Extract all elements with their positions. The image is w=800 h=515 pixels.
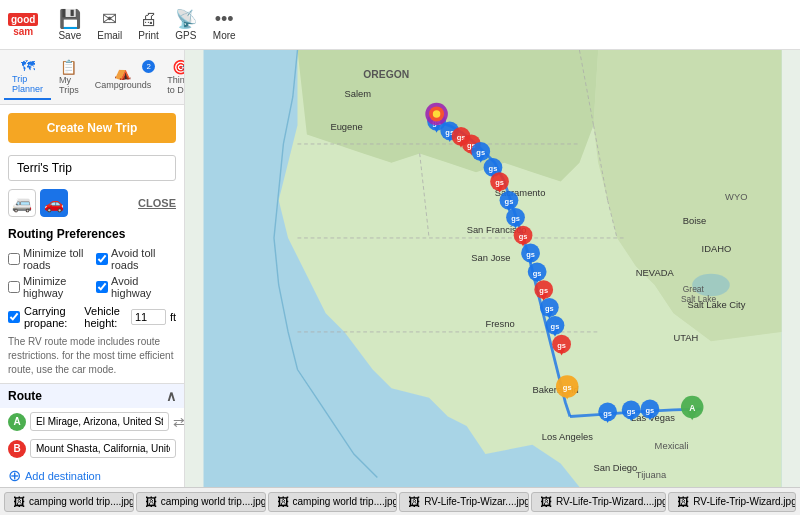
print-label: Print — [138, 30, 159, 41]
waypoint-a-input[interactable] — [30, 412, 169, 431]
vehicle-height-input[interactable] — [131, 309, 166, 325]
campgrounds-icon: ⛺ — [114, 64, 131, 80]
email-label: Email — [97, 30, 122, 41]
more-button[interactable]: ••• More — [213, 9, 236, 41]
avoid-toll-checkbox[interactable] — [96, 253, 108, 265]
avoid-hwy-label: Avoid highway — [111, 275, 176, 299]
svg-text:gs: gs — [557, 341, 566, 350]
svg-text:gs: gs — [526, 250, 535, 259]
svg-text:gs: gs — [545, 304, 554, 313]
routing-note: The RV route mode includes route restric… — [0, 333, 184, 383]
pref-row-1: Minimize toll roads Avoid toll roads — [0, 245, 184, 273]
my-trips-icon: 📋 — [60, 59, 77, 75]
map-svg: Sacramento San Francisco San Jose Fresno… — [185, 50, 800, 487]
route-header: Route ∧ — [0, 383, 184, 408]
campgrounds-badge: 2 — [142, 60, 155, 73]
svg-text:gs: gs — [476, 148, 485, 157]
svg-text:gs: gs — [495, 178, 504, 187]
logo-bottom: sam — [13, 26, 33, 37]
add-destination-button[interactable]: ⊕ Add destination — [0, 462, 184, 487]
taskbar-item-2[interactable]: 🖼 camping world trip....jpg — [268, 492, 398, 512]
taskbar-item-1[interactable]: 🖼 camping world trip....jpg — [136, 492, 266, 512]
mode-row: 🚐 🚗 CLOSE — [0, 185, 184, 221]
swap-icon[interactable]: ⇄ — [173, 414, 185, 430]
sidebar: 🗺 Trip Planner 📋 My Trips ⛺ 2 Campground… — [0, 50, 185, 487]
svg-text:Tijuana: Tijuana — [636, 469, 667, 480]
email-button[interactable]: ✉ Email — [97, 8, 122, 41]
waypoint-b-row: B — [0, 435, 184, 462]
save-label: Save — [58, 30, 81, 41]
add-dest-label: Add destination — [25, 470, 101, 482]
save-button[interactable]: 💾 Save — [58, 8, 81, 41]
rv-mode-button[interactable]: 🚐 — [8, 189, 36, 217]
print-icon: 🖨 — [140, 9, 158, 30]
more-label: More — [213, 30, 236, 41]
car-mode-button[interactable]: 🚗 — [40, 189, 68, 217]
minimize-toll-checkbox[interactable] — [8, 253, 20, 265]
campgrounds-label: Campgrounds — [95, 80, 152, 90]
waypoint-b-icon: B — [8, 440, 26, 458]
tab-my-trips[interactable]: 📋 My Trips — [51, 55, 87, 99]
svg-text:gs: gs — [533, 269, 542, 278]
waypoint-b-input[interactable] — [30, 439, 176, 458]
taskbar-item-5[interactable]: 🖼 RV-Life-Trip-Wizard.jpg — [668, 492, 796, 512]
nav-tabs: 🗺 Trip Planner 📋 My Trips ⛺ 2 Campground… — [0, 50, 184, 105]
propane-label: Carrying propane: — [24, 305, 76, 329]
svg-text:gs: gs — [563, 383, 572, 392]
taskbar-item-4[interactable]: 🖼 RV-Life-Trip-Wizard....jpg — [531, 492, 666, 512]
main-content: 🗺 Trip Planner 📋 My Trips ⛺ 2 Campground… — [0, 50, 800, 487]
trip-name-input[interactable] — [8, 155, 176, 181]
taskbar-icon-0: 🖼 — [13, 495, 25, 509]
close-button[interactable]: CLOSE — [138, 197, 176, 209]
taskbar-label-5: RV-Life-Trip-Wizard.jpg — [693, 496, 796, 507]
create-trip-button[interactable]: Create New Trip — [8, 113, 176, 143]
map-area[interactable]: Sacramento San Francisco San Jose Fresno… — [185, 50, 800, 487]
svg-text:gs: gs — [646, 406, 655, 415]
taskbar: 🖼 camping world trip....jpg 🖼 camping wo… — [0, 487, 800, 515]
svg-text:gs: gs — [511, 214, 520, 223]
waypoint-a-row: A ⇄ — [0, 408, 184, 435]
svg-text:gs: gs — [539, 286, 548, 295]
svg-text:San Jose: San Jose — [471, 252, 510, 263]
tab-things-to-do[interactable]: 🎯 Things to Do — [159, 55, 185, 99]
minimize-hwy-pref: Minimize highway — [8, 275, 88, 299]
gps-label: GPS — [175, 30, 196, 41]
logo-top: good — [8, 13, 38, 26]
propane-checkbox[interactable] — [8, 311, 20, 323]
svg-text:OREGON: OREGON — [363, 69, 409, 80]
svg-text:San Diego: San Diego — [594, 462, 638, 473]
vehicle-height-label: Vehicle height: — [84, 305, 127, 329]
minimize-hwy-checkbox[interactable] — [8, 281, 20, 293]
svg-text:Los Angeles: Los Angeles — [542, 431, 593, 442]
propane-row: Carrying propane: Vehicle height: ft — [0, 301, 184, 333]
minimize-toll-label: Minimize toll roads — [23, 247, 88, 271]
svg-text:UTAH: UTAH — [673, 332, 698, 343]
tab-trip-planner[interactable]: 🗺 Trip Planner — [4, 54, 51, 100]
svg-point-95 — [433, 110, 441, 118]
gps-button[interactable]: 📡 GPS — [175, 8, 197, 41]
avoid-toll-label: Avoid toll roads — [111, 247, 176, 271]
taskbar-label-1: camping world trip....jpg — [161, 496, 266, 507]
vehicle-height-unit: ft — [170, 311, 176, 323]
add-dest-icon: ⊕ — [8, 466, 21, 485]
svg-text:Salt Lake: Salt Lake — [681, 294, 716, 304]
svg-text:IDAHO: IDAHO — [702, 243, 732, 254]
taskbar-item-0[interactable]: 🖼 camping world trip....jpg — [4, 492, 134, 512]
avoid-hwy-checkbox[interactable] — [96, 281, 108, 293]
taskbar-item-3[interactable]: 🖼 RV-Life-Trip-Wizar....jpg — [399, 492, 529, 512]
pref-row-2: Minimize highway Avoid highway — [0, 273, 184, 301]
route-collapse-button[interactable]: ∧ — [166, 388, 176, 404]
svg-text:gs: gs — [551, 322, 560, 331]
save-icon: 💾 — [59, 8, 81, 30]
route-title: Route — [8, 389, 42, 403]
taskbar-icon-1: 🖼 — [145, 495, 157, 509]
svg-text:Mexicali: Mexicali — [655, 440, 689, 451]
taskbar-label-2: camping world trip....jpg — [293, 496, 398, 507]
taskbar-label-4: RV-Life-Trip-Wizard....jpg — [556, 496, 666, 507]
svg-text:gs: gs — [519, 232, 528, 241]
tab-campgrounds[interactable]: ⛺ 2 Campgrounds — [87, 60, 160, 94]
sidebar-wrapper: 🗺 Trip Planner 📋 My Trips ⛺ 2 Campground… — [0, 50, 185, 487]
email-icon: ✉ — [102, 8, 117, 30]
svg-text:Eugene: Eugene — [330, 121, 362, 132]
print-button[interactable]: 🖨 Print — [138, 9, 159, 41]
